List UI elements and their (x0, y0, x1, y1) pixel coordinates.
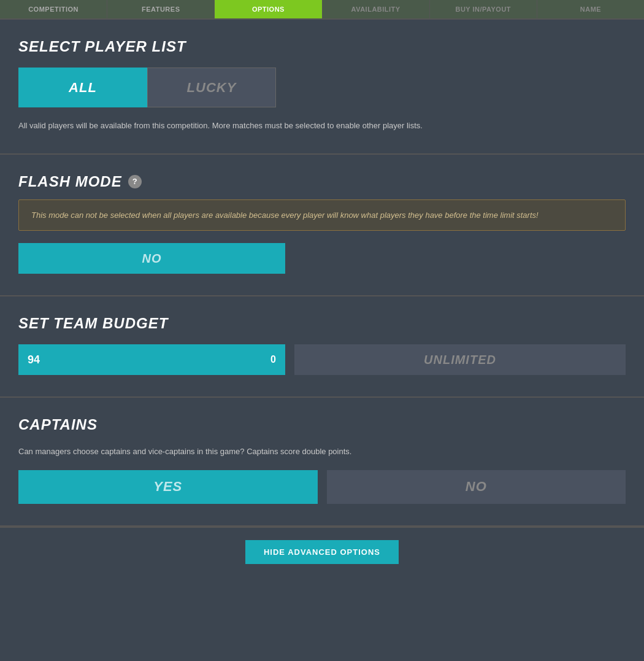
flash-mode-section: FLASH MODE ? This mode can not be select… (0, 155, 644, 297)
budget-zero-label: 0 (270, 354, 276, 365)
nav-tabs: Competition Features Options Availabilit… (0, 0, 644, 20)
player-list-info: All valid players will be available from… (18, 120, 626, 132)
budget-title: SET TEAM BUDGET (18, 315, 626, 332)
budget-section: SET TEAM BUDGET 0 UNLIMITED (0, 296, 644, 398)
hide-advanced-options-button[interactable]: HIDE ADVANCED OPTIONS (245, 540, 399, 564)
flash-mode-title: FLASH MODE (18, 173, 122, 190)
player-list-buttons: ALL LUCKY (18, 68, 626, 107)
flash-mode-help-icon[interactable]: ? (128, 175, 142, 188)
flash-mode-no-button[interactable]: NO (18, 243, 285, 274)
tab-buy-in-payout[interactable]: Buy In/Payout (430, 0, 537, 18)
captains-yes-button[interactable]: YES (18, 470, 318, 504)
captains-toggle-row: YES NO (18, 470, 626, 504)
flash-mode-header: FLASH MODE ? (18, 173, 626, 190)
captains-description: Can managers choose captains and vice-ca… (18, 446, 626, 458)
captains-no-button[interactable]: NO (327, 470, 626, 504)
budget-row: 0 UNLIMITED (18, 344, 626, 375)
player-list-lucky-button[interactable]: LUCKY (147, 68, 276, 107)
unlimited-button[interactable]: UNLIMITED (294, 344, 626, 375)
tab-features[interactable]: Features (107, 0, 215, 18)
budget-input[interactable] (28, 354, 276, 366)
tab-availability[interactable]: Availability (323, 0, 430, 18)
bottom-bar: HIDE ADVANCED OPTIONS (0, 527, 644, 576)
tab-competition[interactable]: Competition (0, 0, 107, 18)
player-list-all-button[interactable]: ALL (18, 68, 147, 107)
captains-title: CAPTAINS (18, 416, 626, 433)
player-list-section: SELECT PLAYER LIST ALL LUCKY All valid p… (0, 20, 644, 155)
flash-mode-warning-box: This mode can not be selected when all p… (18, 199, 626, 231)
main-content: SELECT PLAYER LIST ALL LUCKY All valid p… (0, 20, 644, 661)
tab-name[interactable]: Name (537, 0, 644, 18)
player-list-title: SELECT PLAYER LIST (18, 38, 626, 55)
captains-section: CAPTAINS Can managers choose captains an… (0, 398, 644, 527)
flash-mode-warning-text: This mode can not be selected when all p… (31, 209, 613, 222)
budget-input-wrapper: 0 (18, 344, 285, 375)
tab-options[interactable]: Options (215, 0, 322, 18)
